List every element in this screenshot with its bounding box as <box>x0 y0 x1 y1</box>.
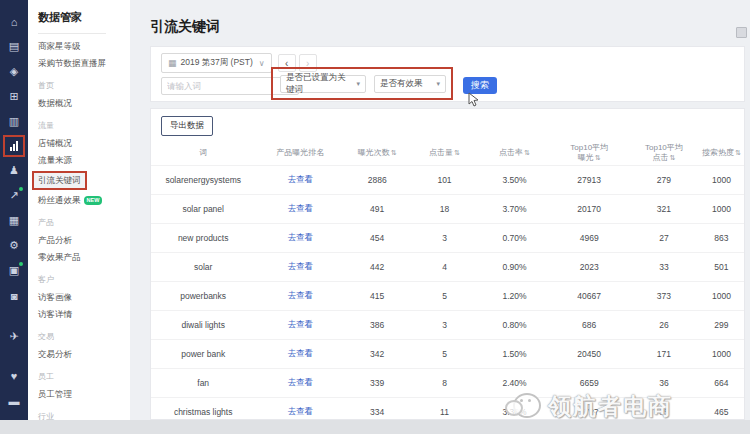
send-icon[interactable]: ✈ <box>3 324 25 349</box>
keyword-cell[interactable]: diwali lights <box>151 311 255 340</box>
sidebar-item[interactable]: 数据概况 <box>38 99 72 108</box>
settings-icon[interactable]: ⚙ <box>3 233 25 258</box>
keyword-cell[interactable]: solarenergysystems <box>151 166 255 195</box>
keyword-cell[interactable]: new products <box>151 224 255 253</box>
sort-icon[interactable]: ⇅ <box>735 149 741 156</box>
share-icon[interactable]: ↗ <box>3 183 25 208</box>
sidebar-item[interactable]: 交易分析 <box>38 350 72 359</box>
column-header[interactable]: 点击量⇅ <box>410 141 480 166</box>
expand-icon[interactable] <box>736 27 747 38</box>
value-cell: 386 <box>345 311 410 340</box>
value-cell: 664 <box>699 369 744 398</box>
shop-icon[interactable]: ▣ <box>3 258 25 283</box>
value-cell: 2886 <box>345 166 410 195</box>
search-button[interactable]: 搜索 <box>463 77 497 94</box>
filter-card: ▦ 2019 第37周 (PST) ∨ ‹ › 是否已设置为关键词 ▾ 是否有效… <box>150 46 745 102</box>
sidebar-item[interactable]: 零效果产品 <box>38 253 81 262</box>
keyword-cell[interactable]: christmas lights <box>151 398 255 421</box>
value-cell: 415 <box>345 282 410 311</box>
sort-icon[interactable]: ⇅ <box>669 154 675 161</box>
value-cell: 26 <box>629 311 699 340</box>
page-title: 引流关键词 <box>150 18 220 36</box>
view-ranking-link[interactable]: 去查看 <box>287 261 313 271</box>
work-icon[interactable]: ▬ <box>3 388 25 413</box>
media-icon[interactable]: ◙ <box>3 283 25 308</box>
sidebar-item[interactable]: 访客画像 <box>38 293 72 302</box>
app-title: 数据管家 <box>38 10 130 25</box>
sidebar-item[interactable]: 店铺概况 <box>38 139 72 148</box>
column-header[interactable]: Top10平均点击⇅ <box>629 141 699 166</box>
sort-icon[interactable]: ⇅ <box>391 149 397 156</box>
calendar-icon: ▦ <box>168 58 177 68</box>
sidebar-item-label: 引流关键词 <box>38 176 81 185</box>
column-header: 词 <box>151 141 255 166</box>
caret-down-icon: ▾ <box>356 80 360 88</box>
view-ranking-link[interactable]: 去查看 <box>287 290 313 300</box>
view-ranking-link[interactable]: 去查看 <box>287 348 313 358</box>
products-icon[interactable]: ▦ <box>3 208 25 233</box>
orders-icon[interactable]: ▤ <box>3 34 25 59</box>
table-row: solarenergysystems去查看28861013.50%2791327… <box>151 166 744 195</box>
column-header[interactable]: 点击率⇅ <box>479 141 549 166</box>
week-selector[interactable]: ▦ 2019 第37周 (PST) ∨ <box>161 53 272 73</box>
view-ranking-link[interactable]: 去查看 <box>287 203 313 213</box>
icon-rail: ⌂▤◈⊞▥♟↗▦⚙▣◙✈♥▬ <box>0 0 28 420</box>
caret-down-icon: ▾ <box>436 80 440 88</box>
value-cell: 321 <box>629 195 699 224</box>
export-data-button[interactable]: 导出数据 <box>161 116 213 136</box>
column-header[interactable]: 曝光次数⇅ <box>345 141 410 166</box>
sidebar-item-label: 商家星等级 <box>38 42 81 51</box>
sidebar-item[interactable]: 流量来源 <box>38 156 72 165</box>
sidebar-group-label: 流量 <box>38 120 130 131</box>
table-header: 词产品曝光排名曝光次数⇅点击量⇅点击率⇅Top10平均曝光⇅Top10平均点击⇅… <box>151 141 744 166</box>
value-cell: 27913 <box>549 166 628 195</box>
keyword-cell[interactable]: power bank <box>151 340 255 369</box>
sidebar-item[interactable]: 商家星等级 <box>38 42 81 51</box>
view-ranking-link[interactable]: 去查看 <box>287 377 313 387</box>
shield-icon[interactable]: ◈ <box>3 59 25 84</box>
keyword-set-select[interactable]: 是否已设置为关键词 ▾ <box>280 75 366 93</box>
sort-icon[interactable]: ⇅ <box>524 149 530 156</box>
home-icon[interactable]: ⌂ <box>3 9 25 34</box>
sidebar: 数据管家 商家星等级采购节数据直播屏 首页数据概况流量店铺概况流量来源引流关键词… <box>28 0 130 420</box>
column-header[interactable]: Top10平均曝光⇅ <box>549 141 628 166</box>
view-ranking-link[interactable]: 去查看 <box>287 174 313 184</box>
sidebar-item-label: 粉丝通效果 <box>38 196 81 205</box>
sidebar-item[interactable]: 采购节数据直播屏 <box>38 59 106 68</box>
sidebar-item[interactable]: 引流关键词 <box>34 173 85 188</box>
messages-icon[interactable]: ▥ <box>3 109 25 134</box>
sidebar-item[interactable]: 访客详情 <box>38 310 72 319</box>
annotation-box-filters: 是否已设置为关键词 ▾ 是否有效果 ▾ <box>271 67 453 100</box>
column-header[interactable]: 搜索热度⇅ <box>699 141 744 166</box>
value-cell: 0.70% <box>479 224 549 253</box>
keyword-cell[interactable]: fan <box>151 369 255 398</box>
apps-icon[interactable]: ⊞ <box>3 84 25 109</box>
analytics-icon[interactable] <box>3 135 25 157</box>
sidebar-item[interactable]: 员工管理 <box>38 390 72 399</box>
contacts-icon[interactable]: ♟ <box>3 158 25 183</box>
value-cell: 4969 <box>549 224 628 253</box>
column-header: 产品曝光排名 <box>255 141 345 166</box>
sort-icon[interactable]: ⇅ <box>595 154 601 161</box>
keyword-set-select-value: 是否已设置为关键词 <box>286 72 352 96</box>
effect-select[interactable]: 是否有效果 ▾ <box>374 75 446 93</box>
value-cell: 1000 <box>699 340 744 369</box>
keyword-cell[interactable]: solar <box>151 253 255 282</box>
table-row: diwali lights去查看38630.80%68626299 <box>151 311 744 340</box>
value-cell: 0.80% <box>479 311 549 340</box>
view-ranking-link[interactable]: 去查看 <box>287 406 313 416</box>
value-cell: 342 <box>345 340 410 369</box>
sidebar-item[interactable]: 粉丝通效果NEW <box>38 196 102 205</box>
favorites-icon[interactable]: ♥ <box>3 363 25 388</box>
keyword-cell[interactable]: solar panel <box>151 195 255 224</box>
view-ranking-link[interactable]: 去查看 <box>287 319 313 329</box>
view-ranking-link[interactable]: 去查看 <box>287 232 313 242</box>
keyword-cell[interactable]: powerbanks <box>151 282 255 311</box>
table-row: power bank去查看34251.50%204501711000 <box>151 340 744 369</box>
value-cell: 686 <box>549 311 628 340</box>
sidebar-item[interactable]: 产品分析 <box>38 236 72 245</box>
sidebar-item-label: 店铺概况 <box>38 139 72 148</box>
new-badge: NEW <box>84 196 103 205</box>
sort-icon[interactable]: ⇅ <box>454 149 460 156</box>
value-cell: 101 <box>410 166 480 195</box>
